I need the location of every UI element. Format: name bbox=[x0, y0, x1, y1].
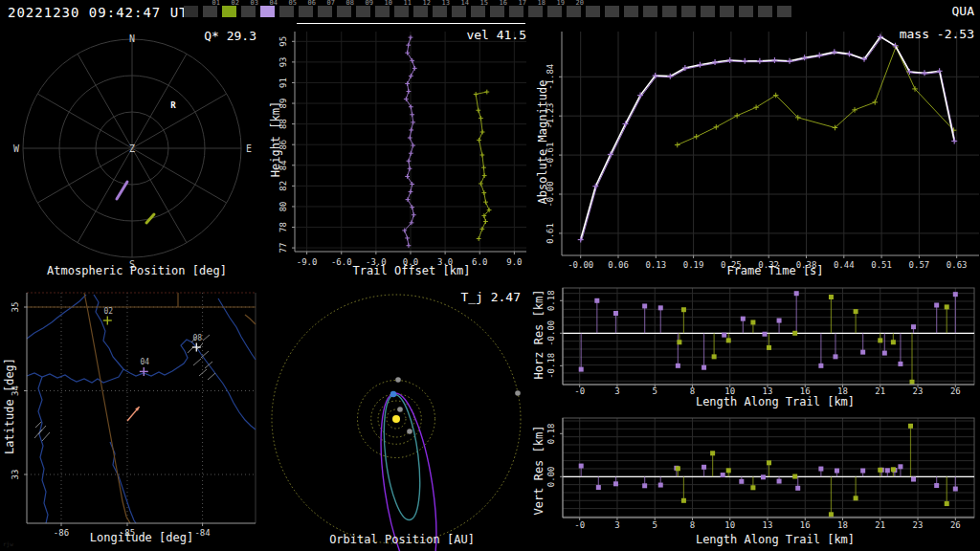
svg-text:23: 23 bbox=[913, 520, 924, 530]
frame-box-blank[interactable] bbox=[662, 0, 677, 27]
svg-text:-0.18: -0.18 bbox=[546, 353, 556, 379]
svg-text:8: 8 bbox=[690, 520, 695, 530]
svg-text:3: 3 bbox=[614, 520, 619, 530]
svg-text:0.00: 0.00 bbox=[546, 466, 556, 487]
frame-box-number: 07 bbox=[327, 0, 335, 7]
frame-box-04[interactable]: 04 bbox=[260, 0, 275, 27]
residuals-panel: -0358101316182123260.18-0.00-0.18-035810… bbox=[536, 283, 980, 551]
frame-box-fill bbox=[586, 6, 600, 17]
frame-box-blank[interactable] bbox=[681, 0, 696, 27]
frame-box-fill bbox=[643, 6, 657, 17]
frame-box-blank[interactable] bbox=[586, 0, 600, 27]
frame-box-20[interactable]: 20 bbox=[567, 0, 581, 27]
frame-box-fill bbox=[279, 6, 294, 17]
orbit-title: T_j 2.47 bbox=[402, 291, 521, 303]
frame-box-blank[interactable] bbox=[777, 0, 791, 27]
frame-box-fill bbox=[184, 6, 198, 17]
frame-box-fill bbox=[356, 6, 370, 17]
svg-text:10: 10 bbox=[724, 520, 735, 530]
svg-text:95: 95 bbox=[278, 36, 288, 47]
shower-code-badge: QUA bbox=[952, 4, 974, 18]
svg-text:-0: -0 bbox=[574, 386, 585, 396]
frame-box-fill bbox=[318, 6, 332, 17]
svg-text:0.18: 0.18 bbox=[546, 423, 556, 444]
frame-box-03[interactable]: 03 bbox=[241, 0, 256, 27]
vert-res-xlabel: Length Along Trail [km] bbox=[574, 534, 976, 546]
frame-box-fill bbox=[241, 6, 256, 17]
light-curve-panel: -0.000.060.130.190.250.320.380.440.510.5… bbox=[536, 27, 980, 283]
svg-text:26: 26 bbox=[950, 520, 961, 530]
trail-ylabel: Height [km] bbox=[270, 63, 282, 216]
svg-text:-0.00: -0.00 bbox=[546, 320, 556, 346]
frame-box-02[interactable]: 02 bbox=[222, 0, 236, 27]
frame-box-fill bbox=[720, 6, 734, 17]
frame-box-number: 10 bbox=[385, 0, 392, 7]
frame-box-fill bbox=[567, 6, 581, 17]
frame-box-05[interactable]: 05 bbox=[279, 0, 294, 27]
mag-xlabel: Frame Time [s] bbox=[574, 265, 976, 277]
map-xlabel: Longitude [deg] bbox=[17, 532, 266, 544]
frame-box-fill bbox=[203, 6, 217, 17]
horz-res-xlabel: Length Along Trail [km] bbox=[574, 396, 976, 408]
frame-box-01[interactable]: 01 bbox=[203, 0, 217, 27]
frame-box-number: 03 bbox=[251, 0, 258, 7]
trail-offset-plot: -9.0-6.0-3.00.03.06.09.09593918988868482… bbox=[268, 27, 536, 283]
residuals-plot: -0358101316182123260.18-0.00-0.18-035810… bbox=[536, 283, 980, 551]
frame-box-fill bbox=[375, 6, 390, 17]
frame-box-blank[interactable] bbox=[739, 0, 753, 27]
frame-box-blank[interactable] bbox=[624, 0, 638, 27]
frame-box-blank[interactable] bbox=[605, 0, 619, 27]
orbit-xlabel: Orbital Position [AU] bbox=[278, 534, 526, 546]
frame-box-fill bbox=[624, 6, 638, 17]
frame-box-fill bbox=[413, 6, 428, 17]
ground-map-panel: -86-85-84353433020408 bbox=[0, 283, 268, 551]
svg-text:N: N bbox=[129, 33, 135, 44]
frame-box-fill bbox=[337, 6, 351, 17]
svg-text:13: 13 bbox=[763, 520, 773, 530]
svg-text:23: 23 bbox=[913, 386, 924, 396]
frame-box-number: 05 bbox=[289, 0, 297, 7]
svg-text:16: 16 bbox=[800, 520, 811, 530]
frame-box-fill bbox=[701, 6, 715, 17]
svg-text:35: 35 bbox=[11, 302, 20, 313]
frame-box-blank[interactable] bbox=[701, 0, 715, 27]
frame-box-number: 18 bbox=[538, 0, 546, 7]
svg-text:5: 5 bbox=[653, 386, 657, 396]
frame-box-fill bbox=[394, 6, 409, 17]
watermark-text: rjw bbox=[3, 540, 13, 547]
frame-box-fill bbox=[490, 6, 504, 17]
vert-res-ylabel: Vert Res [km] bbox=[533, 394, 546, 547]
frame-box-fill bbox=[605, 6, 619, 17]
svg-text:8: 8 bbox=[690, 386, 695, 396]
frame-box-fill bbox=[222, 6, 236, 17]
frame-box-blank[interactable] bbox=[184, 0, 198, 27]
frame-strip-underline bbox=[297, 23, 525, 24]
frame-box-blank[interactable] bbox=[758, 0, 772, 27]
light-curve-plot: -0.000.060.130.190.250.320.380.440.510.5… bbox=[536, 27, 980, 283]
frame-box-19[interactable]: 19 bbox=[547, 0, 562, 27]
svg-text:04: 04 bbox=[140, 358, 149, 366]
svg-text:77: 77 bbox=[278, 243, 288, 253]
atmospheric-position-panel: NESWZR bbox=[0, 27, 268, 283]
frame-box-fill bbox=[471, 6, 485, 17]
svg-text:21: 21 bbox=[875, 520, 885, 530]
frame-box-number: 02 bbox=[232, 0, 239, 7]
frame-box-blank[interactable] bbox=[720, 0, 734, 27]
frame-box-number: 14 bbox=[461, 0, 469, 7]
frame-box-fill bbox=[260, 6, 275, 17]
frame-box-fill bbox=[777, 6, 791, 17]
frame-box-fill bbox=[681, 6, 696, 17]
frame-box-number: 04 bbox=[270, 0, 278, 7]
trail-offset-panel: -9.0-6.0-3.00.03.06.09.09593918988868482… bbox=[268, 27, 536, 283]
frame-box-blank[interactable] bbox=[643, 0, 657, 27]
frame-box-number: 20 bbox=[576, 0, 584, 7]
frame-box-18[interactable]: 18 bbox=[528, 0, 543, 27]
polar-xlabel: Atmospheric Position [deg] bbox=[10, 265, 264, 277]
frame-box-fill bbox=[662, 6, 677, 17]
svg-text:Z: Z bbox=[129, 143, 135, 154]
ground-map-plot: -86-85-84353433020408 bbox=[0, 283, 268, 551]
frame-box-number: 17 bbox=[519, 0, 526, 7]
svg-text:W: W bbox=[13, 143, 20, 154]
svg-text:78: 78 bbox=[278, 222, 288, 232]
frame-box-number: 11 bbox=[404, 0, 412, 7]
